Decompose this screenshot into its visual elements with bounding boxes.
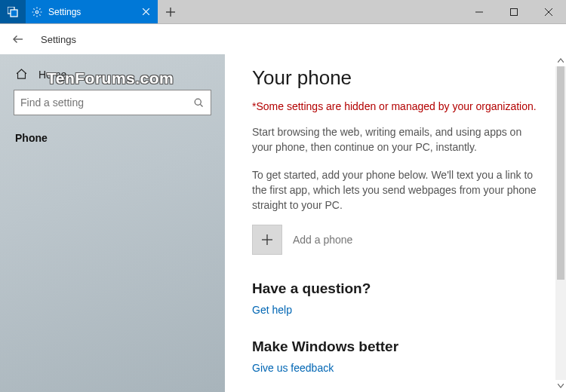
svg-rect-1 [11,10,17,17]
tab-title: Settings [48,7,81,17]
home-icon [15,68,28,81]
scroll-track[interactable] [555,66,566,380]
svg-point-12 [195,99,201,105]
sidebar-item-label: Phone [15,132,48,144]
back-button[interactable] [11,32,26,47]
svg-line-13 [200,104,202,106]
sidebar-home[interactable]: Home [14,63,211,90]
page-title: Your phone [252,66,539,90]
question-heading: Have a question? [252,280,539,297]
svg-rect-8 [511,8,518,15]
scroll-down-arrow-icon[interactable] [555,380,566,392]
vertical-scrollbar[interactable] [555,54,566,392]
tab-settings[interactable]: Settings [26,0,158,23]
org-warning: *Some settings are hidden or managed by … [252,100,539,112]
titlebar-left: Settings [0,0,183,23]
titlebar: Settings [0,0,566,24]
gear-icon [32,7,42,17]
description-2: To get started, add your phone below. We… [252,167,539,213]
multitask-icon[interactable] [0,0,26,23]
feedback-heading: Make Windows better [252,338,539,355]
window-controls [462,0,566,23]
sidebar-home-label: Home [38,69,66,81]
sidebar: Home TenForums.com Phone [0,54,225,392]
feedback-link[interactable]: Give us feedback [252,362,334,374]
body: Home TenForums.com Phone Your phone *Som… [0,54,566,392]
close-window-button[interactable] [531,0,566,23]
add-phone-label: Add a phone [293,234,352,246]
minimize-button[interactable] [462,0,497,23]
add-phone-row: Add a phone [252,225,539,255]
get-help-link[interactable]: Get help [252,304,292,316]
sidebar-item-phone[interactable]: Phone [14,129,211,147]
content: Your phone *Some settings are hidden or … [225,54,566,392]
scroll-thumb[interactable] [557,66,564,280]
maximize-button[interactable] [497,0,531,23]
search-icon [193,97,205,109]
search-input[interactable] [20,96,187,109]
svg-point-2 [35,11,38,14]
search-box[interactable] [14,90,211,115]
tab-close-button[interactable] [140,6,152,18]
subheader: Settings [0,24,566,54]
scroll-up-arrow-icon[interactable] [555,54,566,66]
new-tab-button[interactable] [158,0,183,23]
titlebar-drag-area[interactable] [183,0,462,23]
add-phone-button[interactable] [252,225,282,255]
description-1: Start browsing the web, writing emails, … [252,124,539,155]
subheader-title: Settings [41,34,76,45]
